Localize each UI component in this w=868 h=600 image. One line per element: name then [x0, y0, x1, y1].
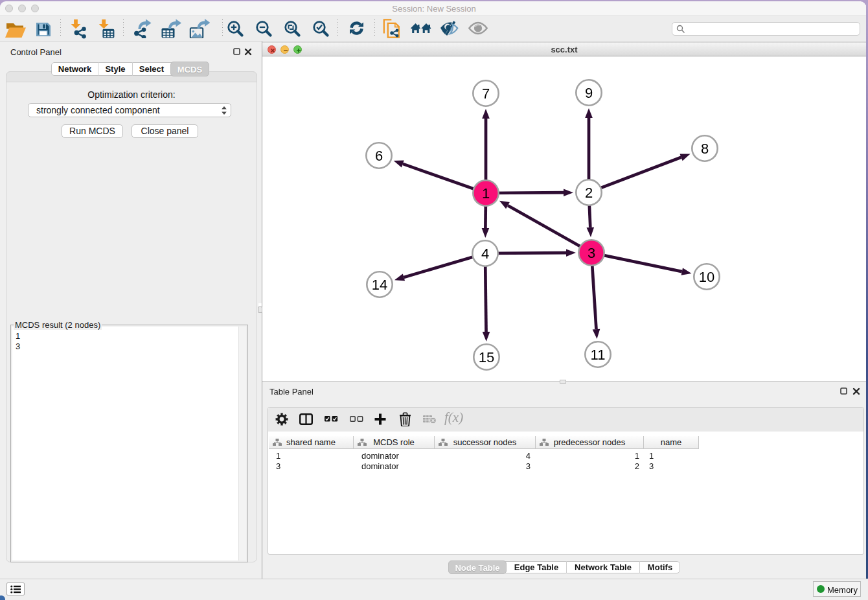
- svg-text:6: 6: [375, 148, 383, 164]
- svg-text:11: 11: [591, 347, 606, 363]
- svg-text:14: 14: [372, 277, 387, 293]
- svg-text:3: 3: [588, 245, 595, 261]
- svg-text:15: 15: [479, 349, 494, 365]
- svg-text:9: 9: [585, 85, 593, 101]
- svg-text:7: 7: [482, 86, 490, 102]
- svg-text:1: 1: [482, 185, 490, 202]
- svg-text:8: 8: [701, 141, 709, 157]
- svg-text:4: 4: [481, 246, 489, 262]
- svg-text:10: 10: [699, 269, 714, 285]
- svg-text:2: 2: [585, 185, 593, 201]
